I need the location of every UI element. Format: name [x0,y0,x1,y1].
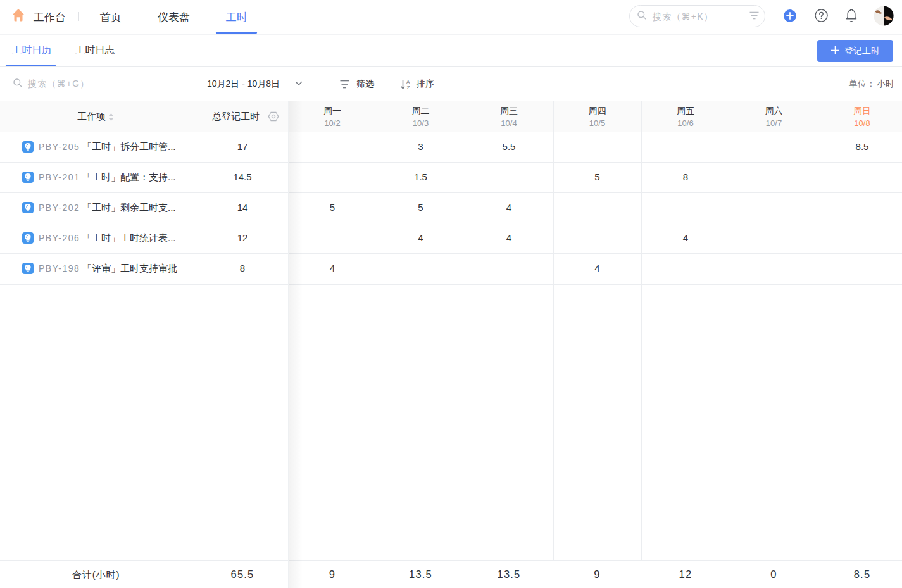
svg-text:Z: Z [407,85,410,90]
svg-text:A: A [406,79,410,85]
